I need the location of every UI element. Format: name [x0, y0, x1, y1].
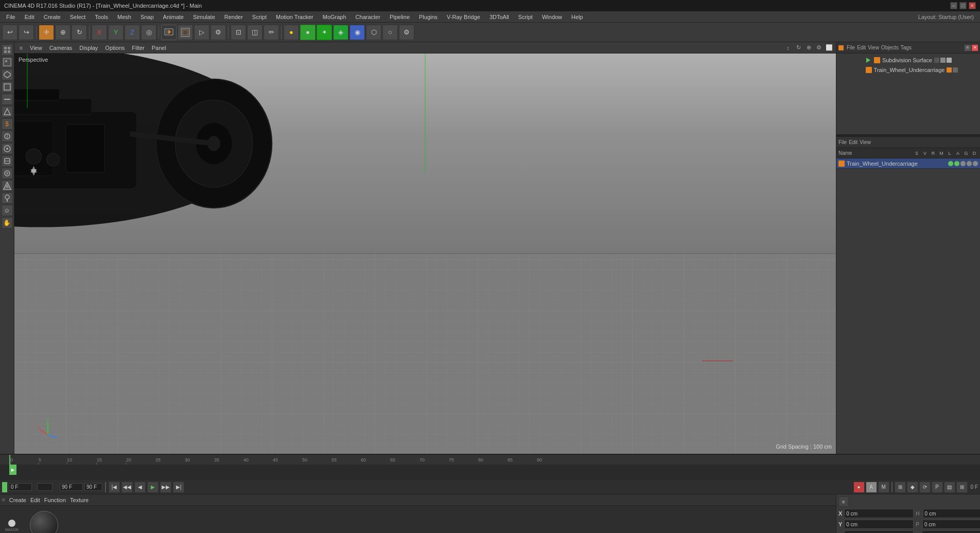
play-button[interactable]: ▶ — [147, 482, 159, 493]
menu-3dtoall[interactable]: 3DToAll — [485, 13, 513, 21]
obj-top-close[interactable]: ✕ — [972, 45, 978, 51]
title-controls[interactable]: ─ □ ✕ — [950, 2, 976, 9]
menu-create[interactable]: Create — [40, 13, 65, 21]
vp-menu-cameras[interactable]: Cameras — [46, 44, 76, 51]
render-region-button[interactable] — [178, 25, 193, 40]
loop-button[interactable]: ⟳ — [919, 482, 931, 493]
menu-tools[interactable]: Tools — [91, 13, 112, 21]
left-mode-polygon[interactable] — [2, 81, 13, 93]
vp-icon-rotate[interactable]: ↻ — [794, 43, 803, 52]
box-select-button[interactable]: ◫ — [247, 25, 262, 40]
vp-icon-maximize[interactable]: ⬜ — [825, 43, 834, 52]
green-1[interactable]: ● — [300, 25, 316, 40]
menu-plugins[interactable]: Plugins — [415, 13, 442, 21]
timeline-track[interactable]: ▶ — [0, 465, 980, 480]
play-reverse-button[interactable]: ◀ — [134, 482, 146, 493]
x-axis-button[interactable]: X — [92, 25, 107, 40]
mat-texture[interactable]: Texture — [70, 497, 89, 503]
snap-to-frame-button[interactable]: ⊞ — [895, 482, 906, 493]
left-mode-edge[interactable] — [2, 94, 13, 105]
minimize-button[interactable]: ─ — [950, 2, 957, 9]
coord-x-pos[interactable] — [844, 509, 914, 518]
render-picture-viewer[interactable] — [161, 25, 177, 40]
menu-mograph[interactable]: MoGraph — [319, 13, 351, 21]
auto-key-button[interactable]: A — [866, 482, 877, 493]
obj-top-file[interactable]: File — [847, 45, 855, 50]
mat-create[interactable]: Create — [9, 497, 26, 503]
lasso-select-button[interactable]: ⊡ — [231, 25, 246, 40]
left-icon-6[interactable] — [2, 106, 13, 117]
settings-button[interactable]: ⚙ — [399, 25, 414, 40]
vp-menu-view[interactable]: View — [27, 44, 45, 51]
move-tool-button[interactable]: ✛ — [39, 25, 54, 40]
material-sphere[interactable] — [30, 511, 58, 534]
obj-bottom-file[interactable]: File — [838, 139, 847, 145]
obj-top-view[interactable]: View — [868, 45, 879, 50]
left-icon-10[interactable] — [2, 168, 13, 179]
scale-tool-button[interactable]: ⊕ — [55, 25, 71, 40]
obj-bottom-edit[interactable]: Edit — [849, 139, 857, 145]
left-icon-9[interactable] — [2, 155, 13, 167]
coord-y-pos[interactable] — [844, 520, 914, 529]
left-icon-face[interactable]: ☺ — [2, 205, 13, 216]
z-axis-button[interactable]: Z — [125, 25, 140, 40]
coord-p-field[interactable] — [922, 520, 980, 529]
prev-key-button[interactable]: ◀◀ — [121, 482, 133, 493]
menu-pipeline[interactable]: Pipeline — [386, 13, 414, 21]
timeline-btn[interactable]: ▤ — [944, 482, 955, 493]
green-2[interactable]: ✦ — [317, 25, 332, 40]
cube-button[interactable]: ⬡ — [366, 25, 381, 40]
obj-top-tags[interactable]: Tags — [901, 45, 912, 50]
current-frame-field[interactable] — [9, 483, 32, 491]
vp-icon-settings[interactable]: ⚙ — [814, 43, 824, 52]
menu-motion-tracker[interactable]: Motion Tracker — [272, 13, 318, 21]
menu-script[interactable]: Script — [248, 13, 271, 21]
close-button[interactable]: ✕ — [969, 2, 976, 9]
menu-file[interactable]: File — [2, 13, 20, 21]
motion-clip-button[interactable]: M — [878, 482, 889, 493]
record-button[interactable]: ● — [853, 482, 865, 493]
obj-bottom-view[interactable]: View — [860, 139, 871, 145]
menu-mesh[interactable]: Mesh — [113, 13, 135, 21]
maximize-button[interactable]: □ — [959, 2, 967, 9]
sphere-button[interactable]: ○ — [382, 25, 398, 40]
green-3[interactable]: ◈ — [333, 25, 348, 40]
left-icon-12[interactable] — [2, 192, 13, 204]
undo-button[interactable]: ↩ — [2, 25, 18, 40]
left-icon-11[interactable] — [2, 180, 13, 191]
menu-snap[interactable]: Snap — [136, 13, 158, 21]
vp-menu-display[interactable]: Display — [76, 44, 101, 51]
menu-vray[interactable]: V-Ray Bridge — [443, 13, 484, 21]
vp-menu-filter[interactable]: Filter — [129, 44, 147, 51]
menu-simulate[interactable]: Simulate — [189, 13, 219, 21]
coord-z-pos[interactable] — [844, 530, 914, 533]
material-item-1[interactable]: tream — [30, 511, 58, 534]
preview-button[interactable]: P — [932, 482, 943, 493]
menu-render[interactable]: Render — [220, 13, 247, 21]
menu-edit[interactable]: Edit — [21, 13, 39, 21]
end-frame-field[interactable] — [60, 483, 83, 491]
mat-edit[interactable]: Edit — [30, 497, 40, 503]
left-icon-dollar[interactable]: $ — [2, 118, 13, 130]
vp-icon-grid[interactable]: ≡ — [16, 43, 26, 52]
coord-icon-1[interactable]: ≡ — [838, 496, 849, 507]
menu-animate[interactable]: Animate — [159, 13, 188, 21]
menu-script2[interactable]: Script — [514, 13, 537, 21]
render-settings-button[interactable]: ⚙ — [211, 25, 226, 40]
viewport-canvas[interactable]: Perspective Grid Spacing : 100 cm X Y Z — [14, 54, 836, 454]
world-button[interactable]: ◎ — [141, 25, 156, 40]
blue-1[interactable]: ◉ — [349, 25, 365, 40]
key-mode-button[interactable]: ◆ — [907, 482, 918, 493]
vp-menu-options[interactable]: Options — [102, 44, 128, 51]
vp-icon-move[interactable]: ↕ — [783, 43, 793, 52]
menu-character[interactable]: Character — [352, 13, 384, 21]
left-icon-hand[interactable]: ✋ — [2, 217, 13, 228]
render-active-view-button[interactable]: ▷ — [194, 25, 209, 40]
vp-menu-panel[interactable]: Panel — [149, 44, 169, 51]
menu-help[interactable]: Help — [567, 13, 587, 21]
menu-select[interactable]: Select — [66, 13, 90, 21]
redo-button[interactable]: ↪ — [19, 25, 34, 40]
obj-row-train[interactable]: Train_Wheel_Undercarriage — [836, 158, 980, 169]
go-to-end-button[interactable]: ▶| — [173, 482, 184, 493]
rotate-tool-button[interactable]: ↻ — [72, 25, 87, 40]
